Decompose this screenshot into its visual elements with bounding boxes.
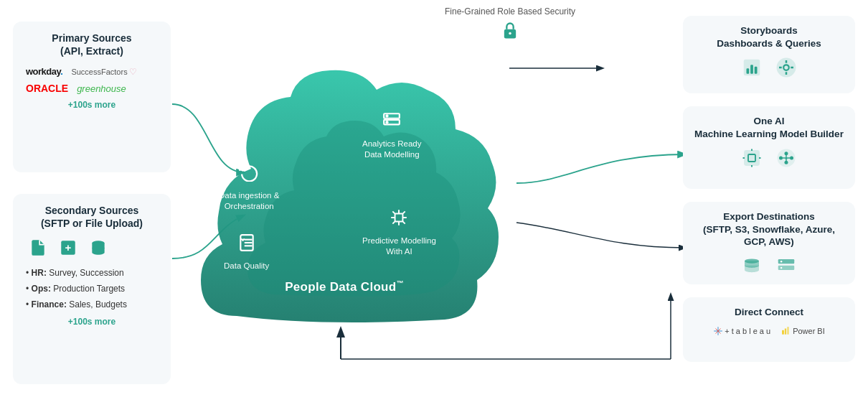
- svg-rect-25: [755, 67, 758, 74]
- svg-point-43: [785, 157, 788, 159]
- chip-icon: [741, 147, 763, 169]
- export-title: Export Destinations(SFTP, S3, Snowflake,…: [694, 210, 844, 248]
- direct-connect-title: Direct Connect: [694, 306, 844, 319]
- bullet-finance: Finance: Sales, Budgets: [26, 297, 158, 313]
- oracle-logo: ORACLE: [26, 83, 68, 94]
- svg-rect-59: [787, 327, 788, 335]
- direct-logos: + t a b l e a u Power BI: [694, 326, 844, 336]
- svg-line-20: [393, 221, 395, 223]
- svg-rect-57: [782, 330, 783, 334]
- svg-point-40: [785, 152, 788, 155]
- security-label: Fine-Grained Role Based Security: [445, 6, 575, 45]
- primary-sources-title: Primary Sources(API, Extract): [26, 32, 158, 57]
- primary-sources-panel: Primary Sources(API, Extract) workday. S…: [13, 22, 171, 172]
- secondary-sources-title: Secondary Sources(SFTP or File Upload): [26, 204, 158, 230]
- oneai-icons: [694, 147, 844, 169]
- svg-point-41: [790, 157, 793, 160]
- svg-point-42: [785, 161, 788, 164]
- logos-row-top: workday. SuccessFactors ♡: [26, 66, 158, 77]
- tableau-logo: + t a b l e a u: [713, 326, 770, 336]
- server-icon: [362, 111, 421, 136]
- svg-line-21: [403, 221, 405, 223]
- diagram-container: Primary Sources(API, Extract) workday. S…: [0, 0, 868, 405]
- network-icon: [775, 147, 797, 169]
- refresh-icon: [219, 162, 279, 187]
- settings-icon: [775, 57, 797, 78]
- svg-line-19: [403, 211, 405, 213]
- secondary-more-link[interactable]: +100s more: [26, 317, 158, 327]
- bullet-list: HR: Survey, Succession Ops: Production T…: [26, 266, 158, 312]
- direct-connect-panel: Direct Connect + t a b l e a u Power BI: [683, 297, 855, 362]
- storyboards-icons: [694, 57, 844, 78]
- greenhouse-logo: greenhouse: [77, 83, 126, 94]
- cloud-center: Data ingestion &Orchestration Data Quali…: [179, 43, 509, 352]
- primary-more-link[interactable]: +100s more: [26, 100, 158, 110]
- successfactors-logo: SuccessFactors ♡: [71, 67, 136, 77]
- workday-logo: workday.: [26, 66, 62, 77]
- svg-point-12: [387, 121, 388, 123]
- svg-rect-24: [750, 65, 753, 74]
- tableau-icon: [713, 326, 723, 336]
- oneai-panel: One AIMachine Learning Model Builder: [683, 106, 855, 189]
- analytics-ready-label: Analytics ReadyData Modelling: [362, 111, 421, 161]
- svg-rect-23: [747, 68, 750, 74]
- checklist-icon: [224, 233, 269, 258]
- export-icons: [694, 256, 844, 277]
- svg-rect-32: [745, 151, 759, 165]
- database-export-icon: [741, 256, 763, 277]
- svg-point-4: [509, 32, 511, 35]
- file-icon: [29, 238, 47, 257]
- svg-rect-13: [395, 214, 403, 222]
- bullet-ops: Ops: Production Targets: [26, 281, 158, 297]
- bar-chart-icon: [741, 57, 763, 78]
- server-export-icon: [775, 256, 797, 277]
- ai-chip-icon: [362, 208, 436, 233]
- people-data-cloud-label: People Data Cloud™: [285, 279, 404, 294]
- svg-line-18: [393, 211, 395, 213]
- powerbi-logo: Power BI: [780, 326, 825, 336]
- bullet-hr: HR: Survey, Succession: [26, 266, 158, 281]
- storyboards-panel: StoryboardsDashboards & Queries: [683, 16, 855, 93]
- export-panel: Export Destinations(SFTP, S3, Snowflake,…: [683, 202, 855, 284]
- logos-row-bottom: ORACLE greenhouse: [26, 83, 158, 94]
- powerbi-icon: [780, 326, 791, 336]
- storyboards-title: StoryboardsDashboards & Queries: [694, 24, 844, 50]
- svg-point-11: [387, 115, 388, 116]
- database-icon: [89, 238, 108, 257]
- lock-icon: [500, 21, 520, 41]
- secondary-sources-panel: Secondary Sources(SFTP or File Upload) +…: [13, 194, 171, 384]
- svg-point-51: [780, 261, 783, 263]
- svg-point-52: [780, 266, 783, 269]
- svg-rect-58: [785, 328, 786, 334]
- svg-text:+: +: [65, 242, 72, 254]
- predictive-modelling-label: Predictive ModellingWith AI: [362, 208, 436, 258]
- upload-icon: +: [59, 238, 77, 257]
- sftp-icons: +: [26, 238, 158, 257]
- data-quality-label: Data Quality: [224, 233, 269, 271]
- svg-point-39: [779, 157, 783, 160]
- data-ingestion-label: Data ingestion &Orchestration: [219, 162, 279, 213]
- oneai-title: One AIMachine Learning Model Builder: [694, 115, 844, 140]
